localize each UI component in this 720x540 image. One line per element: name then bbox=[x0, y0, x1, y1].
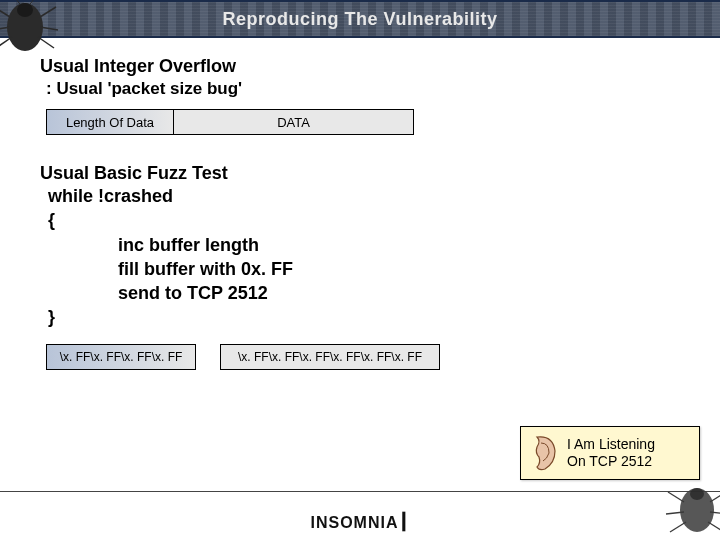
code-fill: fill buffer with 0x. FF bbox=[118, 257, 680, 281]
slide-content: Usual Integer Overflow : Usual 'packet s… bbox=[0, 38, 720, 370]
packet2-cell1: \x. FF\x. FF\x. FF\x. FF bbox=[46, 344, 196, 370]
svg-line-12 bbox=[668, 492, 684, 502]
packet2-gap bbox=[196, 344, 220, 370]
code-while: while !crashed bbox=[48, 184, 680, 208]
cockroach-decoration-top bbox=[0, 0, 60, 52]
svg-line-9 bbox=[30, 0, 40, 4]
svg-line-8 bbox=[10, 0, 20, 4]
svg-line-7 bbox=[38, 37, 54, 48]
svg-line-4 bbox=[0, 37, 12, 48]
code-open-brace: { bbox=[48, 208, 680, 232]
section1-title: Usual Integer Overflow bbox=[40, 56, 680, 77]
listen-line1: I Am Listening bbox=[567, 436, 655, 453]
svg-line-14 bbox=[670, 522, 686, 532]
footer-divider bbox=[0, 491, 720, 492]
svg-line-5 bbox=[40, 7, 56, 17]
section1-subtitle: : Usual 'packet size bug' bbox=[46, 79, 680, 99]
title-banner: Reproducing The Vulnerability bbox=[0, 0, 720, 38]
packet-length-cell: Length Of Data bbox=[46, 109, 174, 135]
code-block: while !crashed { inc buffer length fill … bbox=[48, 184, 680, 330]
svg-point-1 bbox=[17, 3, 33, 17]
listen-line2: On TCP 2512 bbox=[567, 453, 655, 470]
packet-diagram-2: \x. FF\x. FF\x. FF\x. FF \x. FF\x. FF\x.… bbox=[46, 344, 680, 370]
packet2-cell2: \x. FF\x. FF\x. FF\x. FF\x. FF\x. FF bbox=[220, 344, 440, 370]
banner-title: Reproducing The Vulnerability bbox=[223, 9, 498, 30]
svg-point-11 bbox=[690, 488, 704, 500]
packet-data-cell: DATA bbox=[174, 109, 414, 135]
svg-line-15 bbox=[710, 492, 720, 502]
code-send: send to TCP 2512 bbox=[118, 281, 680, 305]
bullet-icon: ┃ bbox=[399, 512, 410, 531]
svg-line-17 bbox=[708, 522, 720, 532]
footer-brand: INSOMNIA┃ bbox=[0, 513, 720, 532]
listening-callout: I Am Listening On TCP 2512 bbox=[520, 426, 700, 480]
packet-diagram-1: Length Of Data DATA bbox=[46, 109, 680, 135]
svg-line-2 bbox=[0, 7, 10, 17]
cockroach-decoration-bottom bbox=[662, 480, 720, 536]
code-inc: inc buffer length bbox=[118, 233, 680, 257]
section2-title: Usual Basic Fuzz Test bbox=[40, 163, 680, 184]
code-close-brace: } bbox=[48, 305, 680, 329]
ear-icon bbox=[527, 433, 561, 473]
